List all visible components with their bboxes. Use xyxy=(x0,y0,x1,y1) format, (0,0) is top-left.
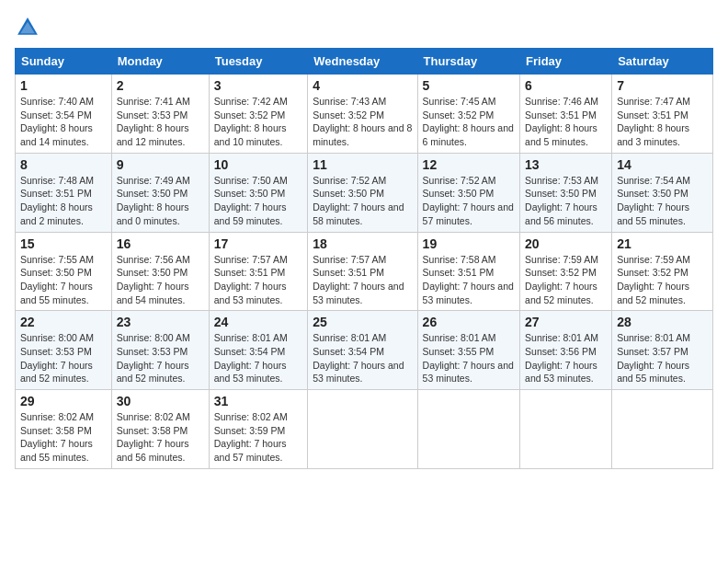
calendar-cell: 15 Sunrise: 7:55 AMSunset: 3:50 PMDaylig… xyxy=(16,232,112,311)
day-number: 17 xyxy=(214,236,303,251)
day-number: 19 xyxy=(423,236,515,251)
day-number: 12 xyxy=(423,157,515,172)
day-number: 21 xyxy=(617,236,708,251)
cell-info: Sunrise: 7:52 AMSunset: 3:50 PMDaylight:… xyxy=(313,175,404,226)
day-number: 2 xyxy=(117,78,204,93)
cell-info: Sunrise: 7:47 AMSunset: 3:51 PMDaylight:… xyxy=(617,96,690,147)
cell-info: Sunrise: 7:49 AMSunset: 3:50 PMDaylight:… xyxy=(117,175,190,226)
cell-info: Sunrise: 7:59 AMSunset: 3:52 PMDaylight:… xyxy=(525,254,598,305)
cell-info: Sunrise: 7:46 AMSunset: 3:51 PMDaylight:… xyxy=(525,96,598,147)
cell-info: Sunrise: 7:52 AMSunset: 3:50 PMDaylight:… xyxy=(423,175,514,226)
cell-info: Sunrise: 7:54 AMSunset: 3:50 PMDaylight:… xyxy=(617,175,690,226)
calendar-cell: 22 Sunrise: 8:00 AMSunset: 3:53 PMDaylig… xyxy=(16,311,112,390)
cell-info: Sunrise: 7:43 AMSunset: 3:52 PMDaylight:… xyxy=(313,96,412,147)
calendar-cell xyxy=(612,390,713,469)
cell-info: Sunrise: 8:01 AMSunset: 3:55 PMDaylight:… xyxy=(423,332,514,384)
cell-info: Sunrise: 8:02 AMSunset: 3:59 PMDaylight:… xyxy=(214,411,288,463)
day-number: 4 xyxy=(313,78,412,93)
cell-info: Sunrise: 7:40 AMSunset: 3:54 PMDaylight:… xyxy=(20,96,94,147)
day-number: 24 xyxy=(214,315,303,329)
day-number: 5 xyxy=(423,78,515,93)
day-number: 20 xyxy=(525,236,607,251)
day-number: 6 xyxy=(525,78,607,93)
calendar-cell: 14 Sunrise: 7:54 AMSunset: 3:50 PMDaylig… xyxy=(612,153,713,232)
cell-info: Sunrise: 7:57 AMSunset: 3:51 PMDaylight:… xyxy=(313,254,404,305)
day-number: 23 xyxy=(117,315,204,329)
cell-info: Sunrise: 7:58 AMSunset: 3:51 PMDaylight:… xyxy=(423,254,514,305)
calendar-cell: 9 Sunrise: 7:49 AMSunset: 3:50 PMDayligh… xyxy=(111,153,209,232)
weekday-header-tuesday: Tuesday xyxy=(209,49,308,75)
calendar-cell: 7 Sunrise: 7:47 AMSunset: 3:51 PMDayligh… xyxy=(612,75,713,154)
day-number: 15 xyxy=(20,236,107,251)
header xyxy=(15,15,713,40)
weekday-header-wednesday: Wednesday xyxy=(308,49,417,75)
day-number: 13 xyxy=(525,157,607,172)
cell-info: Sunrise: 8:01 AMSunset: 3:54 PMDaylight:… xyxy=(313,332,404,384)
day-number: 25 xyxy=(313,315,412,329)
day-number: 3 xyxy=(214,78,303,93)
calendar-cell: 3 Sunrise: 7:42 AMSunset: 3:52 PMDayligh… xyxy=(209,75,308,154)
cell-info: Sunrise: 7:50 AMSunset: 3:50 PMDaylight:… xyxy=(214,175,288,226)
calendar-cell: 10 Sunrise: 7:50 AMSunset: 3:50 PMDaylig… xyxy=(209,153,308,232)
calendar-cell: 13 Sunrise: 7:53 AMSunset: 3:50 PMDaylig… xyxy=(520,153,612,232)
logo-icon xyxy=(15,15,40,40)
weekday-header-sunday: Sunday xyxy=(16,49,112,75)
calendar-week-5: 29 Sunrise: 8:02 AMSunset: 3:58 PMDaylig… xyxy=(16,390,713,469)
calendar-cell: 2 Sunrise: 7:41 AMSunset: 3:53 PMDayligh… xyxy=(111,75,209,154)
calendar-cell: 30 Sunrise: 8:02 AMSunset: 3:58 PMDaylig… xyxy=(111,390,209,469)
cell-info: Sunrise: 7:59 AMSunset: 3:52 PMDaylight:… xyxy=(617,254,690,305)
calendar-cell: 29 Sunrise: 8:02 AMSunset: 3:58 PMDaylig… xyxy=(16,390,112,469)
cell-info: Sunrise: 7:57 AMSunset: 3:51 PMDaylight:… xyxy=(214,254,288,305)
calendar-cell: 23 Sunrise: 8:00 AMSunset: 3:53 PMDaylig… xyxy=(111,311,209,390)
day-number: 7 xyxy=(617,78,708,93)
day-number: 16 xyxy=(117,236,204,251)
day-number: 26 xyxy=(423,315,515,329)
calendar-cell: 20 Sunrise: 7:59 AMSunset: 3:52 PMDaylig… xyxy=(520,232,612,311)
cell-info: Sunrise: 7:42 AMSunset: 3:52 PMDaylight:… xyxy=(214,96,288,147)
day-number: 22 xyxy=(20,315,107,329)
cell-info: Sunrise: 7:45 AMSunset: 3:52 PMDaylight:… xyxy=(423,96,514,147)
calendar-cell: 27 Sunrise: 8:01 AMSunset: 3:56 PMDaylig… xyxy=(520,311,612,390)
day-number: 27 xyxy=(525,315,607,329)
calendar-week-3: 15 Sunrise: 7:55 AMSunset: 3:50 PMDaylig… xyxy=(16,232,713,311)
cell-info: Sunrise: 8:00 AMSunset: 3:53 PMDaylight:… xyxy=(20,332,94,384)
cell-info: Sunrise: 7:55 AMSunset: 3:50 PMDaylight:… xyxy=(20,254,94,305)
calendar-cell: 24 Sunrise: 8:01 AMSunset: 3:54 PMDaylig… xyxy=(209,311,308,390)
day-number: 10 xyxy=(214,157,303,172)
calendar-cell: 5 Sunrise: 7:45 AMSunset: 3:52 PMDayligh… xyxy=(417,75,519,154)
calendar-cell: 4 Sunrise: 7:43 AMSunset: 3:52 PMDayligh… xyxy=(308,75,417,154)
calendar-cell xyxy=(308,390,417,469)
day-number: 14 xyxy=(617,157,708,172)
weekday-header-monday: Monday xyxy=(111,49,209,75)
cell-info: Sunrise: 7:56 AMSunset: 3:50 PMDaylight:… xyxy=(117,254,190,305)
cell-info: Sunrise: 8:02 AMSunset: 3:58 PMDaylight:… xyxy=(117,411,190,463)
cell-info: Sunrise: 8:01 AMSunset: 3:54 PMDaylight:… xyxy=(214,332,288,384)
day-number: 11 xyxy=(313,157,412,172)
day-number: 29 xyxy=(20,394,107,408)
day-number: 1 xyxy=(20,78,107,93)
calendar-week-2: 8 Sunrise: 7:48 AMSunset: 3:51 PMDayligh… xyxy=(16,153,713,232)
cell-info: Sunrise: 8:01 AMSunset: 3:56 PMDaylight:… xyxy=(525,332,598,384)
cell-info: Sunrise: 8:02 AMSunset: 3:58 PMDaylight:… xyxy=(20,411,94,463)
calendar-cell: 21 Sunrise: 7:59 AMSunset: 3:52 PMDaylig… xyxy=(612,232,713,311)
calendar-cell: 26 Sunrise: 8:01 AMSunset: 3:55 PMDaylig… xyxy=(417,311,519,390)
calendar-cell: 11 Sunrise: 7:52 AMSunset: 3:50 PMDaylig… xyxy=(308,153,417,232)
calendar-cell: 16 Sunrise: 7:56 AMSunset: 3:50 PMDaylig… xyxy=(111,232,209,311)
calendar-cell: 6 Sunrise: 7:46 AMSunset: 3:51 PMDayligh… xyxy=(520,75,612,154)
calendar-cell: 12 Sunrise: 7:52 AMSunset: 3:50 PMDaylig… xyxy=(417,153,519,232)
day-number: 31 xyxy=(214,394,303,408)
calendar-cell: 25 Sunrise: 8:01 AMSunset: 3:54 PMDaylig… xyxy=(308,311,417,390)
cell-info: Sunrise: 7:41 AMSunset: 3:53 PMDaylight:… xyxy=(117,96,190,147)
day-number: 30 xyxy=(117,394,204,408)
calendar-cell xyxy=(417,390,519,469)
calendar-cell: 1 Sunrise: 7:40 AMSunset: 3:54 PMDayligh… xyxy=(16,75,112,154)
calendar-cell: 19 Sunrise: 7:58 AMSunset: 3:51 PMDaylig… xyxy=(417,232,519,311)
calendar-week-4: 22 Sunrise: 8:00 AMSunset: 3:53 PMDaylig… xyxy=(16,311,713,390)
cell-info: Sunrise: 7:53 AMSunset: 3:50 PMDaylight:… xyxy=(525,175,598,226)
day-number: 18 xyxy=(313,236,412,251)
day-number: 8 xyxy=(20,157,107,172)
cell-info: Sunrise: 8:00 AMSunset: 3:53 PMDaylight:… xyxy=(117,332,190,384)
logo xyxy=(15,15,44,40)
weekday-header-friday: Friday xyxy=(520,49,612,75)
cell-info: Sunrise: 7:48 AMSunset: 3:51 PMDaylight:… xyxy=(20,175,94,226)
